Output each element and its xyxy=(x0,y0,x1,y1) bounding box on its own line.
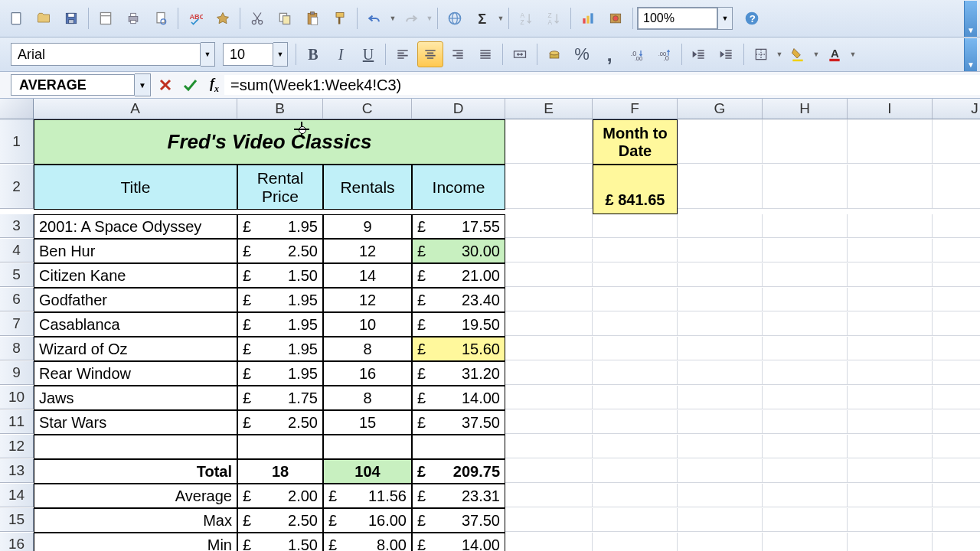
row-header[interactable]: 2 xyxy=(0,165,34,209)
row-header[interactable]: 8 xyxy=(0,337,34,360)
cell-income[interactable]: £30.00 xyxy=(412,239,505,263)
cell[interactable] xyxy=(848,263,933,287)
cell[interactable] xyxy=(505,263,593,287)
fill-color-dropdown[interactable]: ▼ xyxy=(812,51,820,58)
cell[interactable] xyxy=(763,533,848,551)
cell[interactable] xyxy=(678,119,763,164)
cell[interactable] xyxy=(678,410,763,434)
cell[interactable] xyxy=(678,312,763,336)
cell[interactable] xyxy=(593,337,678,360)
cell[interactable] xyxy=(763,459,848,483)
cell[interactable] xyxy=(763,239,848,262)
cell[interactable] xyxy=(763,361,848,385)
cell-rentals[interactable]: 9 xyxy=(323,214,412,239)
cell[interactable] xyxy=(933,165,980,209)
cell[interactable] xyxy=(933,263,980,287)
cell[interactable] xyxy=(848,361,933,385)
cell[interactable] xyxy=(412,435,505,459)
mail-icon[interactable] xyxy=(93,5,119,31)
cut-icon[interactable] xyxy=(244,5,270,31)
cell[interactable] xyxy=(763,288,848,311)
cell[interactable] xyxy=(505,459,593,483)
sort-asc-icon[interactable]: AZ xyxy=(513,5,539,31)
borders-dropdown[interactable]: ▼ xyxy=(776,51,783,58)
save-icon[interactable] xyxy=(58,5,84,31)
cell[interactable] xyxy=(678,508,763,532)
cell-price[interactable]: £1.95 xyxy=(237,312,323,337)
cell[interactable] xyxy=(763,386,848,409)
align-left-icon[interactable] xyxy=(390,41,416,67)
cell[interactable] xyxy=(505,386,593,409)
summary-label[interactable]: Average xyxy=(34,484,237,508)
cell[interactable] xyxy=(933,119,980,164)
summary-label[interactable]: Max xyxy=(34,508,237,533)
add-decimal-icon[interactable]: .0.00 xyxy=(624,41,650,67)
font-dropdown-icon[interactable]: ▼ xyxy=(201,42,215,67)
cell-rentals[interactable]: 16 xyxy=(323,361,412,386)
cell-title[interactable]: Godfather xyxy=(34,288,237,312)
font-size-selector[interactable]: 10 ▼ xyxy=(217,42,288,67)
cell-income[interactable]: £17.55 xyxy=(412,214,505,239)
size-dropdown-icon[interactable]: ▼ xyxy=(273,42,288,67)
italic-icon[interactable]: I xyxy=(328,41,354,67)
paste-icon[interactable] xyxy=(299,5,325,31)
cell[interactable] xyxy=(593,484,678,507)
summary-label[interactable]: Min xyxy=(34,533,237,551)
cell-income[interactable]: £23.40 xyxy=(412,288,505,312)
cell[interactable] xyxy=(763,484,848,507)
cell[interactable] xyxy=(593,239,678,262)
cell-title[interactable]: Rear Window xyxy=(34,361,237,386)
cell[interactable] xyxy=(505,410,593,434)
formula-input[interactable] xyxy=(224,75,980,95)
cell[interactable] xyxy=(593,410,678,434)
column-header[interactable]: B xyxy=(237,99,323,119)
chart-icon[interactable] xyxy=(575,5,601,31)
cell-rentals[interactable]: 12 xyxy=(323,239,412,263)
underline-icon[interactable]: U xyxy=(355,41,381,67)
cell[interactable] xyxy=(505,239,593,262)
cell[interactable] xyxy=(763,119,848,164)
zoom-value[interactable]: 100% xyxy=(638,8,717,29)
row-header[interactable]: 16 xyxy=(0,533,34,551)
cell[interactable] xyxy=(933,312,980,336)
cell[interactable] xyxy=(933,459,980,483)
cell[interactable] xyxy=(848,435,933,458)
align-right-icon[interactable] xyxy=(445,41,471,67)
bold-icon[interactable]: B xyxy=(300,41,326,67)
cell[interactable] xyxy=(933,288,980,311)
column-header[interactable]: C xyxy=(323,99,412,119)
cell[interactable] xyxy=(933,239,980,262)
cell[interactable] xyxy=(505,312,593,336)
cell[interactable] xyxy=(505,533,593,551)
percent-icon[interactable]: % xyxy=(569,41,595,67)
summary-b[interactable]: £1.50 xyxy=(237,533,323,551)
cell[interactable] xyxy=(593,533,678,551)
zoom-control[interactable]: 100% ▼ xyxy=(637,7,733,30)
cell-price[interactable]: £2.50 xyxy=(237,410,323,435)
cell-price[interactable]: £1.95 xyxy=(237,288,323,312)
cell[interactable] xyxy=(848,459,933,483)
cell[interactable] xyxy=(678,435,763,458)
increase-indent-icon[interactable] xyxy=(714,41,740,67)
cell[interactable] xyxy=(34,435,237,459)
cell[interactable] xyxy=(593,386,678,409)
cell[interactable] xyxy=(678,239,763,262)
cell-price[interactable]: £2.50 xyxy=(237,239,323,263)
undo-dropdown[interactable]: ▼ xyxy=(389,15,397,22)
row-header[interactable]: 14 xyxy=(0,484,34,507)
cell[interactable] xyxy=(593,508,678,532)
cell-title[interactable]: Wizard of Oz xyxy=(34,337,237,361)
cell[interactable] xyxy=(678,263,763,287)
summary-d[interactable]: £14.00 xyxy=(412,533,505,551)
cell-price[interactable]: £1.95 xyxy=(237,337,323,361)
remove-decimal-icon[interactable]: .00.0 xyxy=(652,41,678,67)
cell[interactable] xyxy=(505,361,593,385)
row-header[interactable]: 1 xyxy=(0,119,34,164)
cell-title[interactable]: Star Wars xyxy=(34,410,237,435)
cell[interactable] xyxy=(848,533,933,551)
cell[interactable] xyxy=(505,119,593,164)
row-header[interactable]: 12 xyxy=(0,435,34,458)
cell-rentals[interactable]: 12 xyxy=(323,288,412,312)
currency-icon[interactable] xyxy=(541,41,567,67)
cell[interactable] xyxy=(848,386,933,409)
